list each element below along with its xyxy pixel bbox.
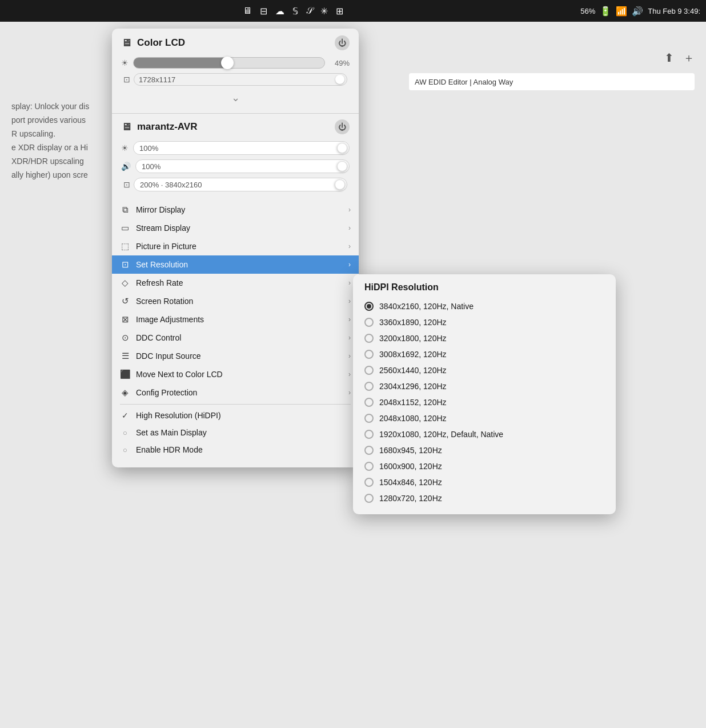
move-label: Move Next to Color LCD	[136, 370, 348, 379]
menu-item-rotation[interactable]: ↺ Screen Rotation ›	[112, 292, 359, 310]
submenu-item-9[interactable]: 1680x945, 120Hz	[353, 442, 616, 458]
image-chevron: ›	[348, 315, 351, 323]
menu-item-pip[interactable]: ⬚ Picture in Picture ›	[112, 237, 359, 255]
marantz-volume-row: 🔊 100%	[121, 159, 350, 173]
mirror-label: Mirror Display	[136, 205, 348, 214]
submenu-label-3: 3008x1692, 120Hz	[379, 350, 447, 359]
hdr-radio: ○	[119, 446, 131, 454]
address-bar: AW EDID Editor | Analog Way	[409, 73, 695, 90]
submenu-item-3[interactable]: 3008x1692, 120Hz	[353, 346, 616, 362]
ddcinput-icon: ☰	[119, 351, 131, 361]
display-icon2[interactable]: ⊞	[336, 6, 343, 17]
wifi-icon: 📶	[616, 6, 627, 17]
hidpi-label: High Resolution (HiDPI)	[136, 411, 221, 420]
resolution-menu-icon: ⊡	[119, 259, 131, 270]
battery-icon: 🔋	[600, 6, 611, 17]
submenu-item-1[interactable]: 3360x1890, 120Hz	[353, 314, 616, 330]
resolution-value: 1728x1117	[139, 75, 175, 84]
submenu-item-11[interactable]: 1504x846, 120Hz	[353, 474, 616, 490]
submenu-item-8[interactable]: 1920x1080, 120Hz, Default, Native	[353, 426, 616, 442]
submenu-label-2: 3200x1800, 120Hz	[379, 334, 447, 343]
marantz-brightness-thumb[interactable]	[337, 143, 347, 153]
marantz-resolution-thumb[interactable]	[335, 179, 345, 190]
menu-item-move[interactable]: ⬛ Move Next to Color LCD ›	[112, 365, 359, 383]
marantz-label: marantz-AVR	[137, 121, 197, 133]
sidebar-icon[interactable]: ⊟	[260, 6, 267, 17]
menu-item-main-display[interactable]: ○ Set as Main Display	[112, 424, 359, 441]
menu-item-ddcinput[interactable]: ☰ DDC Input Source ›	[112, 347, 359, 365]
marantz-brightness-track[interactable]: 100%	[133, 141, 350, 155]
submenu-item-5[interactable]: 2304x1296, 120Hz	[353, 378, 616, 394]
menu-item-ddc[interactable]: ⊙ DDC Control ›	[112, 329, 359, 347]
submenu-label-4: 2560x1440, 120Hz	[379, 366, 447, 375]
menu-bar-icons: 🖥 ⊟ ☁ 𝕊 𝒮 ✳ ⊞	[6, 6, 580, 17]
pip-label: Picture in Picture	[136, 242, 348, 251]
menu-items-list: ⧉ Mirror Display › ▭ Stream Display › ⬚ …	[112, 198, 359, 461]
bluetooth-icon[interactable]: ✳	[320, 6, 328, 17]
pip-icon: ⬚	[119, 241, 131, 251]
submenu-item-10[interactable]: 1600x900, 120Hz	[353, 458, 616, 474]
submenu-item-7[interactable]: 2048x1080, 120Hz	[353, 410, 616, 426]
menu-bar: 🖥 ⊟ ☁ 𝕊 𝒮 ✳ ⊞ 56% 🔋 📶 🔊 Thu Feb 9 3:49:	[0, 0, 706, 22]
expand-chevron[interactable]: ⌄	[121, 89, 350, 109]
mirror-chevron: ›	[348, 206, 351, 214]
speaker-icon: 🔊	[632, 6, 643, 17]
stream-chevron: ›	[348, 224, 351, 232]
marantz-brightness-value: 100%	[139, 144, 158, 153]
resolution-track[interactable]: 1728x1117	[134, 73, 347, 86]
marantz-resolution-value: 200% · 3840x2160	[140, 181, 202, 189]
submenu-item-6[interactable]: 2048x1152, 120Hz	[353, 394, 616, 410]
submenu-item-2[interactable]: 3200x1800, 120Hz	[353, 330, 616, 346]
new-tab-icon[interactable]: ＋	[683, 50, 695, 66]
menu-item-mirror[interactable]: ⧉ Mirror Display ›	[112, 201, 359, 219]
move-chevron: ›	[348, 370, 351, 378]
skype-icon[interactable]: 𝒮	[306, 6, 312, 16]
brightness-track[interactable]	[133, 57, 325, 69]
menu-item-stream[interactable]: ▭ Stream Display ›	[112, 219, 359, 237]
submenu-label-8: 1920x1080, 120Hz, Default, Native	[379, 430, 503, 439]
hidpi-submenu: HiDPI Resolution 3840x2160, 120Hz, Nativ…	[353, 274, 616, 514]
submenu-item-0[interactable]: 3840x2160, 120Hz, Native	[353, 298, 616, 314]
marantz-header: 🖥 marantz-AVR ⏻	[121, 119, 350, 134]
radio-3	[364, 350, 374, 359]
menu-item-hdr[interactable]: ○ Enable HDR Mode	[112, 441, 359, 458]
marantz-resolution-row: ⊡ 200% · 3840x2160	[121, 178, 350, 191]
cloud-icon[interactable]: ☁	[275, 6, 284, 17]
submenu-item-12[interactable]: 1280x720, 120Hz	[353, 490, 616, 506]
mirror-icon: ⧉	[119, 205, 131, 215]
resolution-chevron: ›	[348, 261, 351, 269]
monitor-icon: 🖥	[121, 37, 131, 49]
menu-item-resolution[interactable]: ⊡ Set Resolution ›	[112, 255, 359, 274]
marantz-volume-thumb[interactable]	[337, 161, 347, 171]
color-lcd-power-button[interactable]: ⏻	[335, 35, 350, 50]
marantz-volume-track[interactable]: 100%	[135, 159, 350, 173]
brightness-icon: ☀	[121, 58, 129, 67]
scriptr-icon[interactable]: 𝕊	[292, 6, 298, 17]
radio-7	[364, 414, 374, 423]
brightness-thumb[interactable]	[221, 57, 234, 69]
menu-item-hidpi[interactable]: ✓ High Resolution (HiDPI)	[112, 407, 359, 424]
menu-item-config[interactable]: ◈ Config Protection ›	[112, 383, 359, 402]
stream-icon: ▭	[119, 223, 131, 233]
radio-1	[364, 318, 374, 327]
submenu-label-12: 1280x720, 120Hz	[379, 494, 442, 503]
radio-6	[364, 398, 374, 407]
menu-item-image[interactable]: ⊠ Image Adjustments ›	[112, 310, 359, 329]
resolution-slider-row: ⊡ 1728x1117	[121, 73, 350, 86]
resolution-thumb[interactable]	[335, 75, 344, 84]
share-icon[interactable]: ⬆	[664, 51, 674, 65]
submenu-title: HiDPI Resolution	[353, 282, 616, 298]
marantz-power-button[interactable]: ⏻	[335, 119, 350, 134]
rotation-chevron: ›	[348, 297, 351, 305]
radio-inner-0	[367, 304, 371, 309]
main-display-label: Set as Main Display	[136, 428, 207, 437]
submenu-label-0: 3840x2160, 120Hz, Native	[379, 302, 474, 311]
submenu-item-4[interactable]: 2560x1440, 120Hz	[353, 362, 616, 378]
display-menu-icon[interactable]: 🖥	[243, 6, 252, 16]
marantz-resolution-track[interactable]: 200% · 3840x2160	[134, 178, 347, 191]
radio-9	[364, 446, 374, 455]
radio-12	[364, 494, 374, 503]
radio-4	[364, 366, 374, 375]
menu-item-refresh[interactable]: ◇ Refresh Rate ›	[112, 274, 359, 292]
marantz-volume-value: 100%	[142, 162, 161, 171]
